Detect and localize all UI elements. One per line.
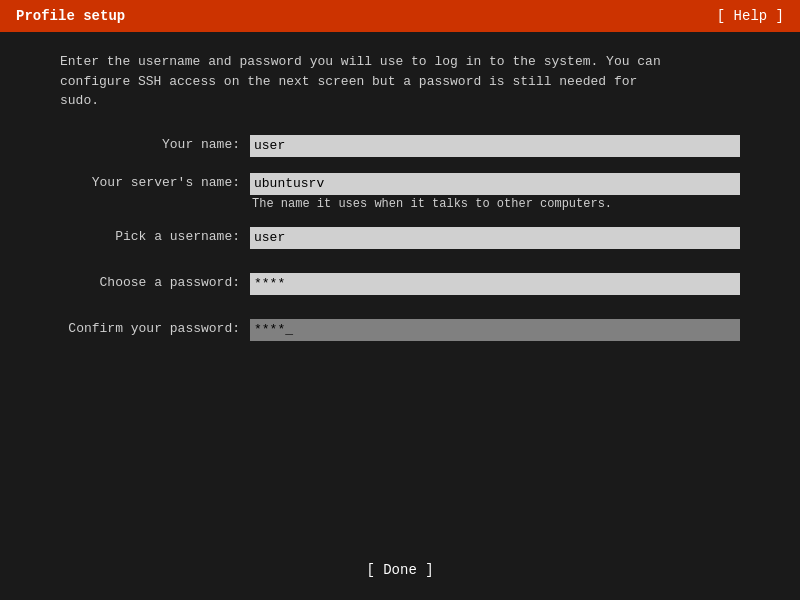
server-name-label: Your server's name: (60, 173, 250, 190)
app: Profile setup [ Help ] Enter the usernam… (0, 0, 800, 600)
confirm-password-row: Confirm your password: (60, 319, 740, 341)
password-field-wrapper (250, 273, 740, 295)
username-label: Pick a username: (60, 227, 250, 244)
server-name-field-wrapper: The name it uses when it talks to other … (250, 173, 740, 211)
description-text: Enter the username and password you will… (60, 52, 740, 111)
server-name-hint: The name it uses when it talks to other … (250, 197, 740, 211)
page-title: Profile setup (16, 8, 125, 24)
server-name-row: Your server's name: The name it uses whe… (60, 173, 740, 211)
description-line: Enter the username and password you will… (60, 54, 661, 108)
done-button[interactable]: [ Done ] (366, 562, 433, 578)
username-input[interactable] (250, 227, 740, 249)
password-label: Choose a password: (60, 273, 250, 290)
confirm-password-input[interactable] (250, 319, 740, 341)
main-content: Enter the username and password you will… (0, 32, 800, 540)
username-row: Pick a username: (60, 227, 740, 249)
confirm-password-field-wrapper (250, 319, 740, 341)
help-button[interactable]: [ Help ] (717, 8, 784, 24)
footer: [ Done ] (0, 540, 800, 600)
your-name-field-wrapper (250, 135, 740, 157)
confirm-password-label: Confirm your password: (60, 319, 250, 336)
password-input[interactable] (250, 273, 740, 295)
server-name-input[interactable] (250, 173, 740, 195)
password-row: Choose a password: (60, 273, 740, 295)
username-field-wrapper (250, 227, 740, 249)
your-name-label: Your name: (60, 135, 250, 152)
titlebar: Profile setup [ Help ] (0, 0, 800, 32)
your-name-input[interactable] (250, 135, 740, 157)
your-name-row: Your name: (60, 135, 740, 157)
